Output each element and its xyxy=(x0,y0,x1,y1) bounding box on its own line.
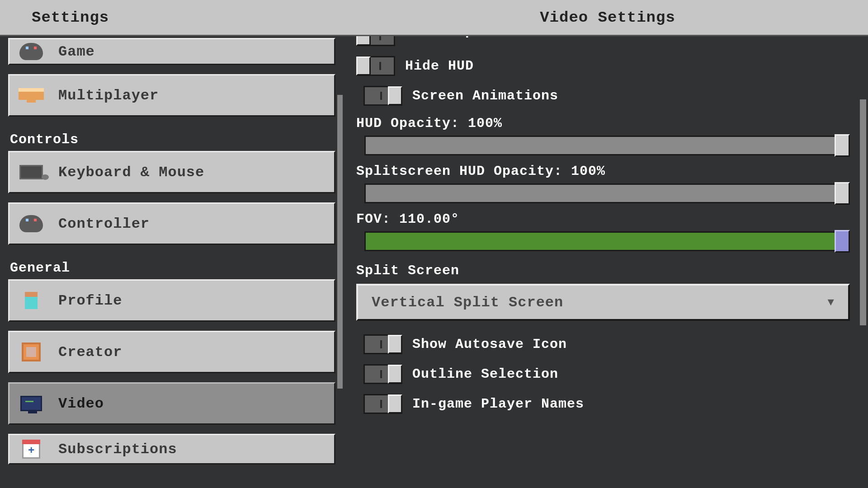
toggle-hide-hud[interactable] xyxy=(356,56,395,76)
toggle-show-autosave-icon[interactable] xyxy=(363,334,402,354)
sidebar-item-label: Creator xyxy=(58,344,122,361)
toggle-outline-selection[interactable] xyxy=(363,364,402,384)
creator-icon xyxy=(19,341,43,363)
sidebar-item-keyboard-mouse[interactable]: Keyboard & Mouse xyxy=(8,151,335,193)
sidebar-item-subscriptions[interactable]: Subscriptions xyxy=(8,434,335,465)
sidebar-item-label: Multiplayer xyxy=(58,87,159,104)
split-screen-dropdown[interactable]: Vertical Split Screen ▼ xyxy=(356,284,850,321)
toggle-row-screen-animations: Screen Animations xyxy=(363,84,850,108)
slider-label: HUD Opacity: 100% xyxy=(356,116,850,131)
toggle-row-hide-hud: Hide HUD xyxy=(356,54,850,78)
slider-fov-track[interactable] xyxy=(364,231,850,251)
toggle-row-show-autosave-icon: Show Autosave Icon xyxy=(363,333,850,356)
sidebar-category-controls: Controls xyxy=(8,126,335,151)
settings-sidebar: Game Multiplayer Controls Keyboard & Mou… xyxy=(0,36,344,488)
sidebar-item-label: Game xyxy=(58,43,95,60)
header-bar: Settings Video Settings xyxy=(0,0,868,36)
slider-splitscreen-hud-opacity-track[interactable] xyxy=(364,183,850,203)
toggle-screen-animations[interactable] xyxy=(363,86,402,106)
slider-hud-opacity: HUD Opacity: 100% xyxy=(356,116,850,155)
sidebar-item-multiplayer[interactable]: Multiplayer xyxy=(8,74,335,117)
sidebar-item-video[interactable]: Video xyxy=(8,382,335,425)
sidebar-item-label: Controller xyxy=(58,216,150,232)
toggle-row-hide-paper-doll: Hide Paper Doll xyxy=(356,36,850,48)
toggle-hide-paper-doll[interactable] xyxy=(356,36,395,46)
toggle-row-ingame-player-names: In-game Player Names xyxy=(363,392,850,416)
monitor-icon xyxy=(19,392,43,415)
toggle-label: Show Autosave Icon xyxy=(412,337,567,352)
dropdown-selected: Vertical Split Screen xyxy=(372,294,563,311)
slider-label: Splitscreen HUD Opacity: 100% xyxy=(356,164,850,179)
toggle-label: Hide Paper Doll xyxy=(405,36,534,39)
toggle-label: In-game Player Names xyxy=(412,396,584,412)
sidebar-item-label: Subscriptions xyxy=(58,441,177,458)
sidebar-item-label: Profile xyxy=(58,292,122,309)
calendar-plus-icon xyxy=(19,438,43,460)
keyboard-icon xyxy=(19,161,43,183)
main-scrollbar[interactable] xyxy=(860,99,866,325)
video-settings-panel: Hide Paper Doll Hide HUD Screen Animatio… xyxy=(344,36,868,488)
slider-hud-opacity-track[interactable] xyxy=(364,136,850,155)
sidebar-item-creator[interactable]: Creator xyxy=(8,331,335,373)
slider-fov: FOV: 110.00° xyxy=(356,211,850,251)
sidebar-item-profile[interactable]: Profile xyxy=(8,279,335,322)
sidebar-item-label: Keyboard & Mouse xyxy=(58,164,204,181)
gamepad-icon xyxy=(19,212,43,235)
sidebar-category-general: General xyxy=(8,254,335,279)
slider-splitscreen-hud-opacity: Splitscreen HUD Opacity: 100% xyxy=(356,164,850,203)
toggle-label: Screen Animations xyxy=(412,88,558,103)
sidebar-item-game[interactable]: Game xyxy=(8,38,335,65)
sidebar-item-controller[interactable]: Controller xyxy=(8,202,335,245)
toggle-label: Outline Selection xyxy=(412,366,558,382)
toggle-label: Hide HUD xyxy=(405,58,474,74)
toggle-ingame-player-names[interactable] xyxy=(363,394,402,414)
chevron-down-icon: ▼ xyxy=(828,296,835,309)
multiplayer-icon xyxy=(19,84,43,107)
sidebar-item-label: Video xyxy=(58,395,104,412)
profile-icon xyxy=(19,289,43,312)
sidebar-scrollbar[interactable] xyxy=(337,95,343,389)
split-screen-label: Split Screen xyxy=(356,263,850,278)
toggle-row-outline-selection: Outline Selection xyxy=(363,362,850,386)
header-title-right: Video Settings xyxy=(347,9,868,26)
slider-label: FOV: 110.00° xyxy=(356,211,850,227)
header-title-left: Settings xyxy=(0,9,347,26)
gamepad-icon xyxy=(19,40,43,63)
